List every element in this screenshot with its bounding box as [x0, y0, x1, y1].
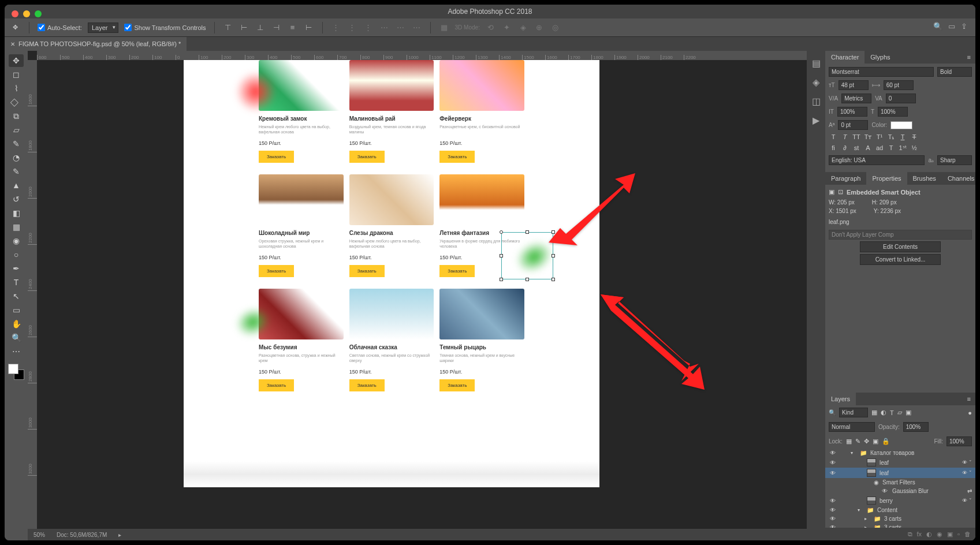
align-vcenter-icon[interactable]: ⊢: [239, 23, 249, 33]
layer-row[interactable]: 👁 leaf👁 ˅: [825, 457, 975, 468]
filter-kind-dropdown[interactable]: Kind: [839, 408, 868, 417]
order-button[interactable]: Заказать: [259, 151, 294, 163]
path-tool-icon[interactable]: ↖: [9, 290, 24, 303]
transform-handle[interactable]: [526, 230, 529, 234]
visibility-icon[interactable]: 👁: [829, 460, 837, 466]
width-value[interactable]: 205 px: [837, 199, 855, 206]
order-button[interactable]: Заказать: [259, 379, 294, 391]
layer-row[interactable]: 👁 Gaussian Blur⇄: [825, 487, 975, 495]
convert-to-linked-button[interactable]: Convert to Linked...: [860, 254, 941, 265]
history-brush-tool-icon[interactable]: ↺: [9, 193, 24, 206]
lock-transparency-icon[interactable]: ▦: [846, 438, 852, 445]
layer-name[interactable]: leaf: [880, 470, 889, 476]
tab-properties[interactable]: Properties: [866, 172, 907, 185]
fx-icon[interactable]: fx: [917, 531, 922, 537]
crop-tool-icon[interactable]: ⧉: [9, 110, 24, 122]
italic-icon[interactable]: T: [840, 133, 849, 141]
transform-handle[interactable]: [552, 278, 555, 281]
align-right-icon[interactable]: ⊢: [304, 23, 314, 33]
font-family-dropdown[interactable]: Montserrat: [829, 67, 934, 77]
tab-character[interactable]: Character: [825, 51, 865, 64]
layer-row[interactable]: 👁 ▾📁 Каталог товаров: [825, 449, 975, 457]
hscale-input[interactable]: 100%: [878, 107, 908, 117]
order-button[interactable]: Заказать: [439, 379, 475, 391]
align-left-icon[interactable]: ⊣: [271, 23, 282, 33]
layer-row[interactable]: 👁 ▸📁 3 carts: [825, 514, 975, 523]
visibility-icon[interactable]: 👁: [829, 498, 837, 504]
edit-toolbar-icon[interactable]: ⋯: [9, 345, 24, 358]
filter-toggle-icon[interactable]: ●: [968, 409, 972, 416]
strike-icon[interactable]: T: [910, 133, 919, 141]
height-value[interactable]: 209 px: [880, 199, 897, 206]
allcaps-icon[interactable]: TT: [852, 133, 861, 141]
group-icon[interactable]: ▣: [947, 531, 953, 538]
quickselect-tool-icon[interactable]: ⃟: [9, 96, 24, 109]
filter-shape-icon[interactable]: ▱: [897, 409, 902, 416]
play-panel-icon[interactable]: ▶: [813, 115, 819, 126]
bold-icon[interactable]: T: [829, 133, 838, 141]
visibility-icon[interactable]: 👁: [829, 470, 837, 476]
layer-row[interactable]: ◉ Smart Filters: [825, 478, 975, 487]
lock-artboard-icon[interactable]: ▣: [873, 438, 878, 445]
transform-handle[interactable]: [500, 278, 503, 281]
ot-icon[interactable]: 1ˢᵗ: [898, 144, 907, 152]
order-button[interactable]: Заказать: [349, 379, 385, 391]
blend-mode-dropdown[interactable]: Normal: [829, 422, 875, 432]
filter-visibility-icon[interactable]: 👁: [881, 488, 889, 494]
zoom-level[interactable]: 50%: [33, 532, 45, 538]
kerning-dropdown[interactable]: Metrics: [841, 94, 871, 103]
search-icon[interactable]: 🔍: [933, 22, 942, 31]
share-icon[interactable]: ⇪: [961, 22, 967, 31]
layer-name[interactable]: Gaussian Blur: [892, 488, 929, 494]
order-button[interactable]: Заказать: [349, 265, 385, 277]
align-hcenter-icon[interactable]: ≡: [288, 23, 298, 33]
filter-pixel-icon[interactable]: ▦: [871, 409, 877, 416]
filter-edit-icon[interactable]: ⇄: [967, 488, 972, 494]
layer-row[interactable]: 👁 berry👁 ˅: [825, 495, 975, 506]
transform-handle[interactable]: [500, 254, 503, 257]
stamp-tool-icon[interactable]: ▲: [9, 179, 24, 192]
edit-contents-button[interactable]: Edit Contents: [860, 241, 941, 252]
font-size-input[interactable]: 48 pt: [839, 80, 869, 90]
type-tool-icon[interactable]: T: [9, 276, 24, 289]
ot-icon[interactable]: T: [886, 144, 896, 152]
order-button[interactable]: Заказать: [349, 151, 385, 163]
link-layers-icon[interactable]: ⧉: [908, 531, 912, 538]
foreground-color[interactable]: [8, 364, 18, 374]
underline-icon[interactable]: T: [898, 133, 907, 141]
font-weight-dropdown[interactable]: Bold: [937, 67, 972, 77]
fx-indicator-icon[interactable]: 👁 ˅: [962, 460, 972, 465]
ot-icon[interactable]: st: [852, 144, 861, 152]
filter-smart-icon[interactable]: ▣: [906, 409, 911, 416]
layer-name[interactable]: Content: [877, 507, 897, 513]
close-tab-icon[interactable]: ✕: [10, 41, 15, 47]
align-bottom-icon[interactable]: ⊥: [255, 23, 266, 33]
visibility-icon[interactable]: 👁: [829, 450, 837, 456]
eyedropper-tool-icon[interactable]: ✎: [9, 137, 24, 150]
order-button[interactable]: Заказать: [439, 151, 475, 163]
filter-adjust-icon[interactable]: ◐: [881, 409, 886, 416]
layer-row[interactable]: 👁 ▾📁 Content: [825, 506, 975, 514]
ot-icon[interactable]: ad: [875, 144, 884, 152]
fill-input[interactable]: 100%: [947, 436, 972, 446]
tab-glyphs[interactable]: Glyphs: [865, 51, 896, 64]
layer-row[interactable]: 👁 ▸📁 3 carts: [825, 523, 975, 528]
opacity-input[interactable]: 100%: [903, 422, 929, 432]
tab-brushes[interactable]: Brushes: [907, 172, 942, 185]
layer-row[interactable]: 👁 leaf👁 ˅: [825, 468, 975, 478]
order-button[interactable]: Заказать: [439, 265, 475, 277]
transform-handle[interactable]: [500, 230, 503, 234]
text-color-chip[interactable]: [890, 121, 912, 129]
filter-type-icon[interactable]: T: [890, 409, 894, 416]
dodge-tool-icon[interactable]: ○: [9, 248, 24, 261]
fx-indicator-icon[interactable]: 👁 ˅: [962, 470, 972, 476]
align-top-icon[interactable]: ⊤: [223, 23, 233, 33]
frame-tool-icon[interactable]: ▱: [9, 124, 24, 136]
ot-icon[interactable]: A: [863, 144, 873, 152]
transform-handle[interactable]: [526, 278, 529, 281]
visibility-icon[interactable]: 👁: [829, 516, 837, 522]
mask-icon[interactable]: ◐: [926, 531, 932, 538]
ot-icon[interactable]: ½: [910, 144, 919, 152]
y-value[interactable]: 2236 px: [881, 208, 901, 214]
blur-tool-icon[interactable]: ◉: [9, 234, 24, 247]
